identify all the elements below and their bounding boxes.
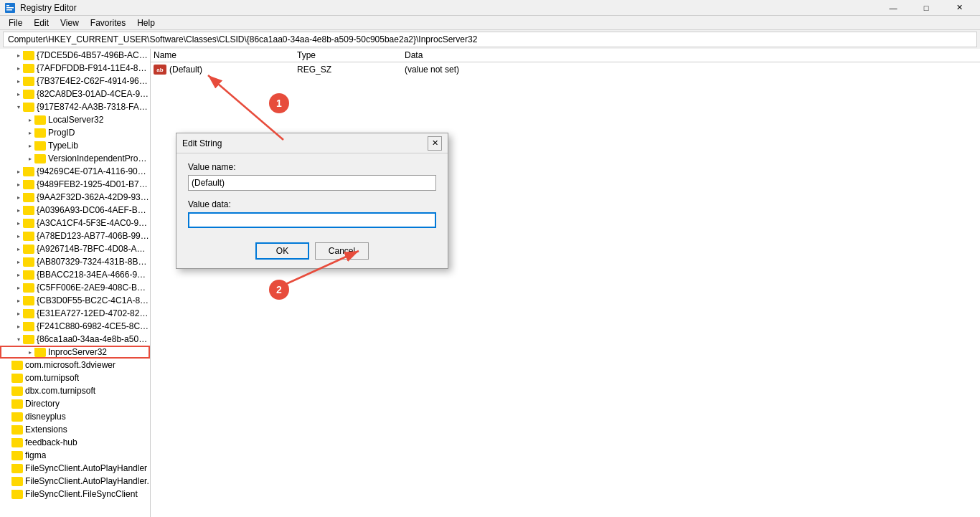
value-data-input[interactable]	[188, 212, 436, 228]
tree-item-label: {9489FEB2-1925-4D01-B788-6B...	[37, 179, 150, 189]
expand-icon: ▸	[14, 51, 23, 60]
expand-icon: ▸	[14, 257, 23, 266]
tree-item-label: {C5FF006E-2AE9-408C-B85B-2...	[37, 283, 150, 293]
tree-item[interactable]: FileSyncClient.AutoPlayHandler	[0, 462, 150, 475]
tree-item[interactable]: ▸VersionIndependentProgID	[0, 152, 150, 165]
tree-item[interactable]: ▸{7DCE5D6-4B57-496B-AC21-...	[0, 49, 150, 62]
folder-icon	[34, 154, 46, 163]
menu-help[interactable]: Help	[131, 16, 161, 29]
tree-panel[interactable]: ▸{7DCE5D6-4B57-496B-AC21-...▸{7AFDFDDB-F…	[0, 49, 151, 517]
tree-item[interactable]: ▸{A3CA1CF4-5F3E-4AC0-91B9-2...	[0, 217, 150, 229]
tree-item[interactable]: feedback-hub	[0, 436, 150, 449]
folder-icon	[23, 335, 34, 344]
tree-item[interactable]: figma	[0, 449, 150, 462]
expand-icon	[3, 386, 11, 395]
tree-item[interactable]: ▸InprocServer32	[0, 346, 150, 359]
expand-icon: ▸	[14, 193, 23, 201]
row-name: (Default)	[169, 65, 202, 75]
tree-item-label: ProgID	[48, 128, 75, 138]
value-name-input[interactable]	[188, 175, 436, 191]
expand-icon: ▸	[14, 180, 23, 189]
expand-icon: ▸	[14, 245, 23, 253]
tree-item[interactable]: com.turnipsoft	[0, 371, 150, 384]
maximize-button[interactable]: □	[910, 0, 943, 16]
expand-icon: ▸	[14, 283, 23, 292]
folder-icon	[11, 399, 23, 409]
table-header: Name Type Data	[151, 49, 980, 62]
tree-item-label: dbx.com.turnipsoft	[25, 386, 95, 396]
tree-item[interactable]: Directory	[0, 397, 150, 410]
svg-rect-1	[6, 5, 9, 6]
folder-icon	[11, 412, 23, 422]
folder-icon	[23, 219, 34, 228]
tree-item[interactable]: com.microsoft.3dviewer	[0, 359, 150, 371]
folder-icon	[23, 322, 34, 331]
menu-favorites[interactable]: Favorites	[85, 16, 131, 29]
tree-item[interactable]: ▸{CB3D0F55-BC2C-4C1A-85ED-...	[0, 294, 150, 307]
address-bar: Computer\HKEY_CURRENT_USER\Software\Clas…	[3, 32, 977, 47]
folder-icon	[34, 141, 46, 151]
tree-item[interactable]: ▸ProgID	[0, 126, 150, 139]
tree-item[interactable]: ▸{9489FEB2-1925-4D01-B788-6B...	[0, 178, 150, 191]
expand-icon	[3, 477, 11, 485]
tree-item-label: {82CA8DE3-01AD-4CEA-9D75-...	[37, 89, 150, 99]
col-header-type: Type	[297, 50, 405, 60]
menu-view[interactable]: View	[55, 16, 85, 29]
tree-item[interactable]: ▾{86ca1aa0-34aa-4e8b-a509-50...	[0, 333, 150, 346]
dialog-body: Value name: Value data: OK Cancel	[176, 153, 448, 268]
col-header-name: Name	[154, 50, 297, 60]
col-header-data: Data	[405, 50, 977, 60]
tree-item[interactable]: ▸{E31EA727-12ED-4702-820C-4...	[0, 307, 150, 320]
folder-icon	[23, 309, 34, 318]
folder-icon	[23, 257, 34, 267]
tree-item[interactable]: ▸{A926714B-7BFC-4D08-A035-6...	[0, 242, 150, 255]
tree-item[interactable]: ▸{BBACC218-34EA-4666-9D7A-...	[0, 268, 150, 281]
tree-item[interactable]: FileSyncClient.AutoPlayHandler.	[0, 475, 150, 488]
expand-icon: ▸	[14, 64, 23, 72]
expand-icon: ▸	[26, 141, 34, 150]
expand-icon: ▸	[26, 128, 34, 137]
title-bar-left: Registry Editor	[4, 2, 77, 14]
close-button[interactable]: ✕	[943, 0, 976, 16]
tree-item-label: {7AFDFDDB-F914-11E4-8377-6...	[37, 63, 150, 73]
expand-icon: ▸	[14, 232, 23, 240]
folder-icon	[23, 77, 34, 86]
tree-item[interactable]: ▸{94269C4E-071A-4116-90E6-5...	[0, 165, 150, 178]
tree-item-label: {7DCE5D6-4B57-496B-AC21-...	[37, 50, 150, 60]
tree-item[interactable]: ▸TypeLib	[0, 139, 150, 152]
tree-item-label: {A78ED123-AB77-406B-9962-2...	[37, 231, 150, 241]
tree-item[interactable]: ▸{7B37E4E2-C62F-4914-9620-8F...	[0, 75, 150, 87]
tree-item[interactable]: ▸{A78ED123-AB77-406B-9962-2...	[0, 229, 150, 242]
tree-item[interactable]: ▸{A0396A93-DC06-4AEF-BEE9-5...	[0, 204, 150, 217]
folder-icon	[34, 128, 46, 138]
tree-item[interactable]: ▾{917E8742-AA3B-7318-FA12-1...	[0, 100, 150, 113]
menu-edit[interactable]: Edit	[28, 16, 55, 29]
tree-item[interactable]: ▸{9AA2F32D-362A-42D9-9328-2...	[0, 191, 150, 204]
table-row[interactable]: ab (Default) REG_SZ (value not set)	[151, 62, 980, 77]
svg-rect-3	[6, 9, 12, 11]
tree-item[interactable]: dbx.com.turnipsoft	[0, 384, 150, 397]
tree-item[interactable]: ▸{82CA8DE3-01AD-4CEA-9D75-...	[0, 87, 150, 100]
tree-item-label: {94269C4E-071A-4116-90E6-5...	[37, 166, 150, 176]
tree-item-label: VersionIndependentProgID	[48, 153, 150, 163]
tree-item[interactable]: disneyplus	[0, 410, 150, 423]
folder-icon	[11, 425, 23, 435]
tree-item-label: {BBACC218-34EA-4666-9D7A-...	[37, 270, 150, 280]
ok-button[interactable]: OK	[255, 242, 309, 260]
tree-item[interactable]: ▸{7AFDFDDB-F914-11E4-8377-6...	[0, 62, 150, 75]
tree-item[interactable]: ▸{AB807329-7324-431B-8B36-D...	[0, 255, 150, 268]
tree-item[interactable]: ▸{F241C880-6982-4CE5-8CF7-7...	[0, 320, 150, 333]
tree-item[interactable]: ▸{C5FF006E-2AE9-408C-B85B-2...	[0, 281, 150, 294]
cancel-button[interactable]: Cancel	[315, 242, 369, 260]
folder-icon	[34, 348, 46, 357]
folder-icon	[23, 180, 34, 189]
tree-item[interactable]: Extensions	[0, 423, 150, 436]
minimize-button[interactable]: —	[877, 0, 910, 16]
menu-file[interactable]: File	[3, 16, 28, 29]
expand-icon: ▸	[14, 167, 23, 176]
tree-item[interactable]: FileSyncClient.FileSyncClient	[0, 488, 150, 501]
dialog-close-button[interactable]: ✕	[428, 136, 442, 151]
tree-item-label: {A926714B-7BFC-4D08-A035-6...	[37, 244, 150, 254]
expand-icon: ▾	[14, 335, 23, 343]
tree-item[interactable]: ▸LocalServer32	[0, 113, 150, 126]
